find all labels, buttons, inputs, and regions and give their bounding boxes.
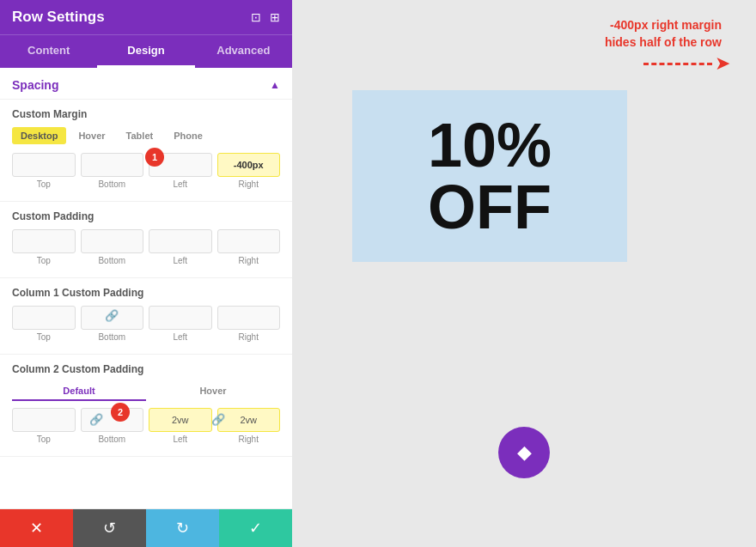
dashed-line (643, 63, 712, 65)
undo-button[interactable]: ↺ (73, 509, 146, 547)
panel-body: Spacing ▲ Custom Margin Desktop Hover Ta… (0, 68, 292, 508)
col1-bottom-cell: 🔗 Bottom (81, 306, 144, 342)
margin-bottom-cell: Bottom (81, 153, 144, 189)
device-tab-tablet[interactable]: Tablet (118, 127, 162, 144)
device-tab-desktop[interactable]: Desktop (12, 127, 66, 144)
col2-left-label: Left (173, 435, 187, 444)
margin-left-label: Left (173, 179, 187, 189)
panel-title: Row Settings (12, 9, 105, 26)
col1-link-icon[interactable]: 🔗 (105, 309, 119, 322)
custom-margin-label: Custom Margin (12, 108, 280, 120)
col2-link-icon-right[interactable]: 🔗 (211, 413, 225, 426)
row-settings-panel: Row Settings ⊡ ⊞ Content Design Advanced… (0, 0, 292, 547)
arrow-head-icon: ➤ (715, 54, 730, 73)
tab-design[interactable]: Design (97, 35, 194, 68)
col1-top-label: Top (37, 332, 51, 342)
padding-bottom-label: Bottom (98, 256, 125, 265)
preview-area: -400px right margin hides half of the ro… (292, 0, 756, 547)
device-tab-phone[interactable]: Phone (165, 127, 211, 144)
divi-icon: ◆ (517, 441, 532, 464)
minimize-icon[interactable]: ⊡ (251, 10, 261, 24)
padding-bottom-input[interactable] (81, 229, 144, 253)
col2-top-input[interactable] (12, 408, 76, 432)
col1-padding-section: Column 1 Custom Padding Top 🔗 Bottom Lef… (0, 278, 292, 355)
annotation-text: -400px right margin hides half of the ro… (605, 17, 722, 51)
margin-bottom-label: Bottom (98, 179, 125, 189)
tab-content[interactable]: Content (0, 35, 97, 68)
col1-left-label: Left (173, 332, 187, 342)
device-tab-hover[interactable]: Hover (70, 127, 113, 144)
spacing-title: Spacing (12, 78, 58, 92)
margin-top-input[interactable] (12, 153, 76, 177)
margin-top-cell: Top (12, 153, 76, 189)
col1-right-cell: Right (217, 306, 281, 342)
col2-link-icon-left[interactable]: 🔗 (89, 413, 103, 426)
padding-top-input[interactable] (12, 229, 76, 253)
col1-padding-label: Column 1 Custom Padding (12, 287, 280, 299)
col2-right-label: Right (239, 435, 259, 444)
col2-top-cell: Top (12, 408, 76, 444)
col1-bottom-label: Bottom (98, 332, 125, 342)
spacing-collapse-arrow[interactable]: ▲ (270, 79, 280, 91)
padding-right-label: Right (239, 256, 259, 265)
padding-top-label: Top (37, 256, 51, 265)
panel-tabs: Content Design Advanced (0, 34, 292, 68)
spacing-section-header: Spacing ▲ (0, 68, 292, 100)
col2-dh-tabs: Default Hover (12, 382, 280, 401)
margin-right-label: Right (239, 179, 259, 189)
col2-left-cell: Left (149, 408, 212, 444)
padding-left-label: Left (173, 256, 187, 265)
panel-header: Row Settings ⊡ ⊞ (0, 0, 292, 34)
col1-top-input[interactable] (12, 306, 76, 330)
promo-line1: 10% (428, 114, 552, 176)
promo-text: 10% OFF (428, 114, 552, 238)
tab-advanced[interactable]: Advanced (195, 35, 292, 68)
divi-watermark: ◆ (498, 427, 550, 478)
badge-2: 2 (111, 403, 130, 422)
padding-right-cell: Right (217, 229, 281, 265)
padding-left-cell: Left (149, 229, 212, 265)
col1-left-input[interactable] (149, 306, 212, 330)
col1-right-label: Right (239, 332, 259, 342)
col2-left-input[interactable] (149, 408, 212, 432)
margin-top-label: Top (37, 179, 51, 189)
device-tabs: Desktop Hover Tablet Phone (12, 127, 280, 144)
promo-line2: OFF (428, 176, 552, 238)
promo-box: 10% OFF (352, 90, 627, 262)
custom-padding-section: Custom Padding Top Bottom Left Right (0, 202, 292, 278)
col2-padding-inputs-row: Top Bottom Left Right (12, 408, 280, 444)
custom-padding-label: Custom Padding (12, 210, 280, 222)
dashed-arrow: ➤ (643, 54, 730, 73)
expand-icon[interactable]: ⊞ (270, 10, 280, 24)
col2-hover-tab[interactable]: Hover (146, 382, 280, 401)
panel-header-icons: ⊡ ⊞ (251, 10, 280, 24)
col2-bottom-label: Bottom (98, 435, 125, 444)
save-button[interactable]: ✓ (219, 509, 292, 547)
margin-bottom-input[interactable] (81, 153, 144, 177)
annotation-line1: -400px right margin (605, 17, 722, 34)
panel-footer: ✕ ↺ ↻ ✓ (0, 508, 292, 547)
col2-default-tab[interactable]: Default (12, 382, 146, 401)
margin-right-cell: Right (217, 153, 281, 189)
col2-right-input[interactable] (217, 408, 281, 432)
col1-right-input[interactable] (217, 306, 281, 330)
cancel-button[interactable]: ✕ (0, 509, 73, 547)
col2-right-cell: Right (217, 408, 281, 444)
col1-left-cell: Left (149, 306, 212, 342)
col1-padding-inputs-row: Top 🔗 Bottom Left Right (12, 306, 280, 342)
custom-margin-section: Custom Margin Desktop Hover Tablet Phone… (0, 100, 292, 202)
annotation-line2: hides half of the row (605, 34, 722, 52)
margin-right-input[interactable] (217, 153, 281, 177)
padding-right-input[interactable] (217, 229, 281, 253)
col2-padding-section: Column 2 Custom Padding Default Hover 2 … (0, 355, 292, 457)
col2-top-label: Top (37, 435, 51, 444)
padding-bottom-cell: Bottom (81, 229, 144, 265)
padding-top-cell: Top (12, 229, 76, 265)
padding-left-input[interactable] (149, 229, 212, 253)
col2-padding-label: Column 2 Custom Padding (12, 363, 280, 375)
padding-inputs-row: Top Bottom Left Right (12, 229, 280, 265)
badge-1: 1 (145, 148, 164, 167)
col1-top-cell: Top (12, 306, 76, 342)
redo-button[interactable]: ↻ (146, 509, 219, 547)
